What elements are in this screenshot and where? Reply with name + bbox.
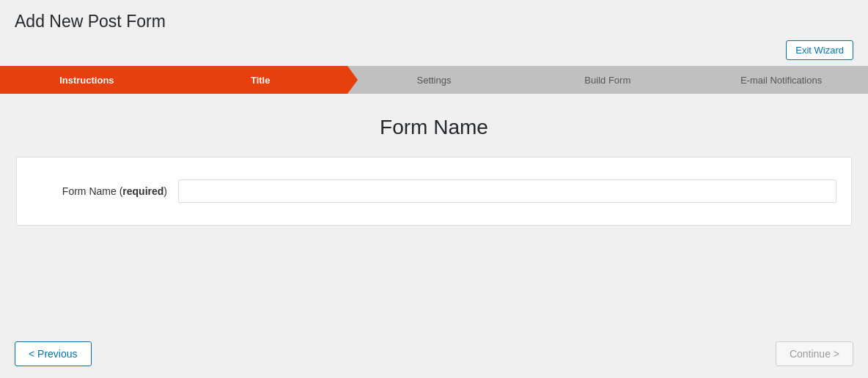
page-title: Add New Post Form <box>15 12 853 32</box>
step-email-notifications-label: E-mail Notifications <box>740 75 822 86</box>
continue-button[interactable]: Continue > <box>776 341 853 366</box>
step-title[interactable]: Title <box>174 66 347 94</box>
step-instructions-label: Instructions <box>59 75 114 86</box>
steps-bar: Instructions Title Settings Build Form E… <box>0 66 868 94</box>
exit-wizard-button[interactable]: Exit Wizard <box>786 40 853 60</box>
step-email-notifications[interactable]: E-mail Notifications <box>694 66 868 94</box>
step-title-label: Title <box>251 75 271 86</box>
form-card: Form Name (required) <box>16 157 852 226</box>
section-heading: Form Name <box>380 116 488 139</box>
form-name-input[interactable] <box>178 179 836 203</box>
page-wrapper: Add New Post Form Exit Wizard Instructio… <box>0 0 868 378</box>
step-settings-label: Settings <box>417 75 452 86</box>
previous-button[interactable]: < Previous <box>15 341 92 366</box>
step-build-form-label: Build Form <box>584 75 630 86</box>
page-header: Add New Post Form <box>0 0 868 40</box>
step-instructions[interactable]: Instructions <box>0 66 174 94</box>
step-settings[interactable]: Settings <box>347 66 521 94</box>
main-content: Form Name Form Name (required) <box>0 94 868 330</box>
step-build-form[interactable]: Build Form <box>521 66 694 94</box>
exit-wizard-row: Exit Wizard <box>0 40 868 66</box>
form-name-label: Form Name (required) <box>32 185 178 197</box>
form-row: Form Name (required) <box>32 179 836 203</box>
footer: < Previous Continue > <box>0 330 868 378</box>
